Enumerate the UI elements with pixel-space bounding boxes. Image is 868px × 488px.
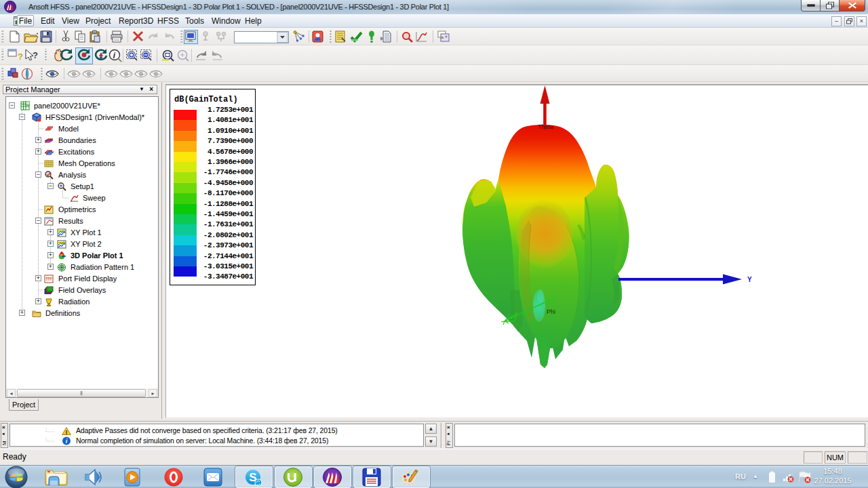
svg-text:Phi: Phi	[547, 308, 555, 315]
svg-text:Theta: Theta	[538, 123, 553, 130]
svg-text:Y: Y	[747, 276, 752, 283]
svg-text:?: ?	[33, 50, 38, 60]
svg-text:?: ?	[18, 52, 23, 62]
svg-text:!: !	[66, 429, 68, 436]
svg-text:i: i	[113, 50, 116, 60]
